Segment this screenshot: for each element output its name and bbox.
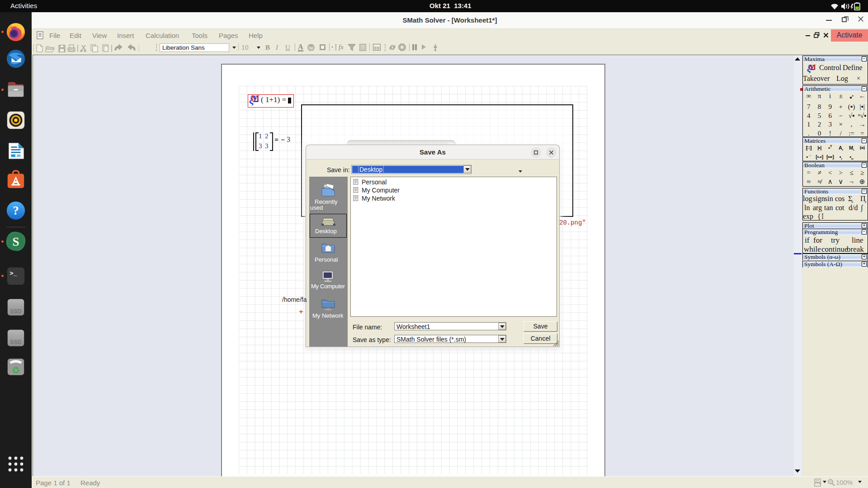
svg-text:>_: >_ <box>10 270 18 277</box>
svg-text:S: S <box>13 235 19 249</box>
svg-text:?: ? <box>13 204 19 217</box>
svg-text:♻: ♻ <box>12 365 20 375</box>
svg-text:SSD: SSD <box>10 339 22 345</box>
svg-text:SSD: SSD <box>10 308 22 314</box>
